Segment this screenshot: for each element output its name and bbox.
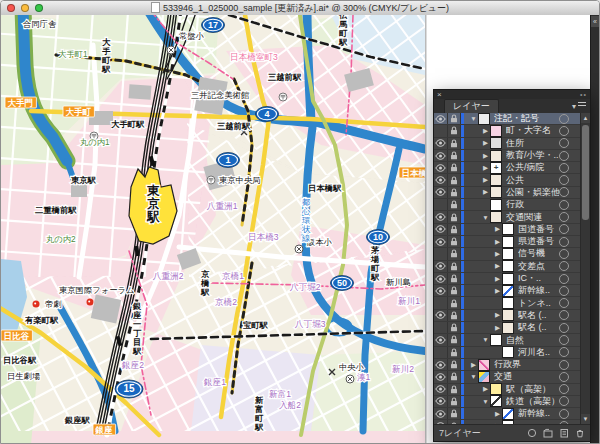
target-circle[interactable] [559, 126, 569, 136]
visibility-toggle[interactable] [434, 224, 448, 235]
disclosure-triangle[interactable]: ▶ [469, 361, 478, 369]
disclosure-triangle[interactable]: ▶ [481, 385, 490, 393]
tab-layers[interactable]: レイヤー [444, 99, 499, 113]
dock-collapse-icon[interactable]: « [591, 16, 599, 27]
lock-icon[interactable] [448, 420, 461, 424]
visibility-toggle[interactable] [434, 334, 448, 345]
disclosure-triangle[interactable]: ▶ [481, 139, 490, 147]
disclosure-triangle[interactable]: ▼ [469, 373, 478, 380]
lock-icon[interactable] [448, 347, 461, 358]
lock-icon[interactable] [448, 248, 461, 259]
lock-icon[interactable] [448, 174, 461, 185]
lock-icon[interactable] [448, 138, 461, 149]
layer-row-新幹線..[interactable]: ▶新幹線.. [434, 408, 590, 420]
disclosure-triangle[interactable]: ▶ [493, 250, 502, 258]
disclosure-triangle[interactable]: ▶ [481, 176, 490, 184]
target-circle[interactable] [559, 335, 569, 345]
visibility-toggle[interactable] [434, 138, 448, 149]
target-circle[interactable] [559, 187, 569, 197]
lock-icon[interactable] [448, 396, 461, 407]
lock-icon[interactable] [448, 334, 461, 345]
layer-row-行政[interactable]: 行政 [434, 199, 590, 211]
disclosure-triangle[interactable]: ▶ [481, 164, 490, 172]
target-circle[interactable] [559, 323, 569, 333]
disclosure-triangle[interactable]: ▶ [493, 225, 502, 233]
lock-icon[interactable] [448, 236, 461, 247]
disclosure-triangle[interactable]: ▶ [481, 188, 490, 196]
disclosure-triangle[interactable]: ▶ [493, 275, 502, 283]
layer-row-公共[interactable]: ▶公共 [434, 174, 590, 186]
target-circle[interactable] [559, 384, 569, 394]
new-sublayer-icon[interactable] [543, 428, 553, 438]
target-circle[interactable] [559, 347, 569, 357]
target-circle[interactable] [559, 298, 569, 308]
lock-icon[interactable] [448, 297, 461, 308]
lock-icon[interactable] [448, 384, 461, 395]
layer-row-公園・娯楽他[interactable]: ▶公園・娯楽他 [434, 187, 590, 199]
layer-row-トンネ..[interactable]: トンネ.. [434, 297, 590, 309]
target-circle[interactable] [559, 310, 569, 320]
scroll-down-arrow[interactable]: ▼ [581, 414, 590, 424]
visibility-toggle[interactable] [434, 310, 448, 321]
disclosure-triangle[interactable]: ▼ [481, 398, 490, 405]
target-circle[interactable] [559, 396, 569, 406]
disclosure-triangle[interactable]: ▶ [493, 422, 502, 424]
disclosure-triangle[interactable]: ▼ [469, 115, 478, 122]
lock-icon[interactable] [448, 211, 461, 222]
target-circle[interactable] [559, 237, 569, 247]
window-title-bar[interactable]: 533946_1_025000_sample [更新済み].ai* @ 300%… [1, 1, 599, 16]
disclosure-triangle[interactable]: ▶ [493, 262, 502, 270]
target-circle[interactable] [559, 200, 569, 210]
disclosure-triangle[interactable]: ▶ [493, 410, 502, 418]
layer-row-行政界[interactable]: ▶行政界 [434, 359, 590, 371]
target-circle[interactable] [559, 212, 569, 222]
panel-menu-icon[interactable]: ▾ [572, 102, 586, 111]
target-circle[interactable] [559, 151, 569, 161]
make-release-clip-icon[interactable] [527, 428, 537, 438]
visibility-toggle[interactable] [434, 371, 448, 382]
lock-icon[interactable] [448, 261, 461, 272]
layer-row-公共/病院[interactable]: ▶+公共/病院 [434, 162, 590, 174]
visibility-toggle[interactable] [434, 359, 448, 370]
lock-icon[interactable] [448, 285, 461, 296]
layer-row-駅名 (..[interactable]: ▶駅名 (.. [434, 322, 590, 334]
panel-scrollbar[interactable]: ▲▼ [580, 113, 590, 424]
visibility-toggle[interactable] [434, 199, 448, 210]
layer-row-IC・..[interactable]: ▶IC・.. [434, 273, 590, 285]
visibility-toggle[interactable] [434, 408, 448, 419]
scrollbar-thumb[interactable] [582, 125, 589, 220]
target-circle[interactable] [559, 175, 569, 185]
layer-row-自然[interactable]: ▼自然 [434, 334, 590, 346]
visibility-toggle[interactable] [434, 285, 448, 296]
visibility-toggle[interactable] [434, 261, 448, 272]
layer-row-新幹線..[interactable]: ▶新幹線.. [434, 285, 590, 297]
visibility-toggle[interactable] [434, 236, 448, 247]
target-circle[interactable] [559, 138, 569, 148]
layer-row-交通関連[interactable]: ▼交通関連 [434, 211, 590, 223]
disclosure-triangle[interactable]: ▼ [481, 336, 490, 343]
lock-icon[interactable] [448, 162, 461, 173]
layer-row-県道番号[interactable]: ▶県道番号 [434, 236, 590, 248]
disclosure-triangle[interactable]: ▶ [493, 238, 502, 246]
layer-row-鉄道（高架）[interactable]: ▼鉄道（高架） [434, 396, 590, 408]
visibility-toggle[interactable] [434, 420, 448, 424]
visibility-toggle[interactable] [434, 113, 448, 124]
lock-icon[interactable] [448, 359, 461, 370]
layer-row-国道番号[interactable]: ▶国道番号 [434, 224, 590, 236]
lock-icon[interactable] [448, 273, 461, 284]
visibility-toggle[interactable] [434, 150, 448, 161]
layer-row-住所[interactable]: ▶住所 [434, 138, 590, 150]
lock-icon[interactable] [448, 322, 461, 333]
visibility-toggle[interactable] [434, 174, 448, 185]
target-circle[interactable] [559, 114, 569, 124]
target-circle[interactable] [559, 249, 569, 259]
layer-row-河川名..[interactable]: 河川名.. [434, 347, 590, 359]
disclosure-triangle[interactable]: ▶ [493, 287, 502, 295]
target-circle[interactable] [559, 286, 569, 296]
target-circle[interactable] [559, 163, 569, 173]
lock-icon[interactable] [448, 125, 461, 136]
visibility-toggle[interactable] [434, 248, 448, 259]
visibility-toggle[interactable] [434, 347, 448, 358]
visibility-toggle[interactable] [434, 162, 448, 173]
lock-icon[interactable] [448, 310, 461, 321]
